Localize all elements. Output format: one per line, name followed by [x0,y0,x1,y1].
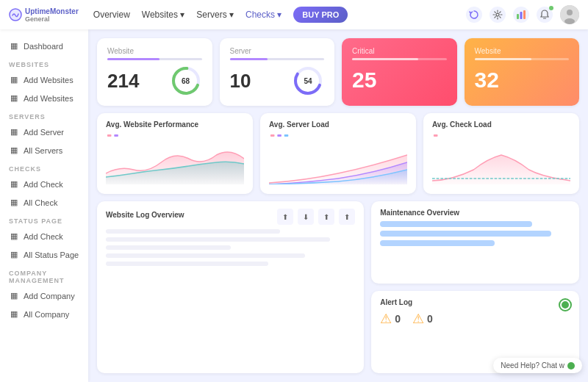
log-line-1 [106,229,280,234]
maintenance-line-2 [380,231,551,237]
notification-dot [549,6,553,10]
sidebar-item-all-company[interactable]: ▦ All Company [0,305,88,323]
stat-server-gauge-label: 54 [292,65,324,97]
svg-rect-4 [523,10,526,19]
sidebar-item-status-add-check[interactable]: ▦ Add Check [0,227,88,245]
sidebar-label-add-check: Add Check [24,180,63,189]
alert-item-2: ⚠ 0 [412,311,433,327]
log-icon-upload[interactable]: ⬆ [277,209,293,225]
sidebar-section-company: COMPANY MANAGEMENT [0,264,88,286]
sidebar-item-add-server[interactable]: ▦ Add Server [0,123,88,141]
sidebar-item-all-status-page[interactable]: ▦ All Status Page [0,245,88,264]
chart-check-load: Avg. Check Load [423,113,579,194]
stat-website-orange-title: Website [475,47,570,55]
sidebar-label-add-websites-2: Add Websites [24,94,74,103]
maintenance-line-3 [380,240,494,246]
nav-websites[interactable]: Websites ▾ [142,10,184,20]
all-company-icon: ▦ [9,309,19,319]
stat-card-server: Server 10 54 [220,38,335,106]
chart-server-title: Avg. Server Load [269,120,407,129]
main-layout: ▦ Dashboard WEBSITES ▦ Add Websites ▦ Ad… [0,29,588,382]
chat-help-text: Need Help? Chat w [501,361,564,370]
chart-website-title: Avg. Website Performance [106,120,244,129]
bottom-row: Website Log Overview ⬆ ⬇ ⬆ ⬆ [97,201,579,373]
svg-rect-15 [270,134,275,137]
sidebar-label-all-status-page: All Status Page [24,251,79,259]
sidebar-item-dashboard[interactable]: ▦ Dashboard [0,37,88,55]
chat-help-bubble[interactable]: Need Help? Chat w [493,358,582,373]
stat-card-website-orange: Website 32 [465,38,580,106]
log-card-title: Website Log Overview [106,211,184,219]
add-server-icon: ▦ [9,127,19,137]
svg-point-1 [496,13,499,16]
nav-links: Overview Websites ▾ Servers ▾ Checks ▾ B… [93,7,451,23]
stat-server-gauge: 54 [292,65,324,97]
log-line-3 [106,245,231,250]
log-line-4 [106,253,305,258]
log-line-2 [106,237,330,242]
svg-rect-2 [517,14,519,19]
alert-triangle-1: ⚠ [380,311,392,327]
sidebar-item-all-check[interactable]: ▦ All Check [0,193,88,212]
nav-servers[interactable]: Servers ▾ [196,10,234,20]
sidebar-item-add-websites-1[interactable]: ▦ Add Websites [0,71,88,89]
maintenance-card: Maintenance Overview [371,201,579,284]
sidebar-section-checks: CHECKS [0,159,88,175]
svg-point-7 [567,10,573,15]
sidebar-section-servers: SERVERS [0,107,88,123]
sidebar-item-all-servers[interactable]: ▦ All Servers [0,141,88,159]
add-websites-1-icon: ▦ [9,75,19,84]
sidebar-item-add-company[interactable]: ▦ Add Company [0,286,88,305]
svg-rect-14 [114,134,118,137]
user-avatar[interactable] [560,5,579,24]
sidebar-label-add-websites-1: Add Websites [24,76,74,84]
sidebar-item-add-websites-2[interactable]: ▦ Add Websites [0,89,88,107]
sidebar: ▦ Dashboard WEBSITES ▦ Add Websites ▦ Ad… [0,29,88,382]
stat-website-gauge-label: 68 [170,65,202,97]
nav-checks[interactable]: Checks ▾ [245,10,282,20]
sidebar-section-status: STATUS PAGE [0,212,88,227]
sidebar-item-add-check[interactable]: ▦ Add Check [0,175,88,193]
nav-icons [466,5,579,24]
status-add-check-icon: ▦ [9,231,19,241]
sidebar-label-all-company: All Company [24,310,69,319]
notification-icon[interactable] [537,7,553,23]
alert-items: ⚠ 0 ⚠ 0 [380,311,570,327]
brand-subtitle: General [25,15,79,23]
sidebar-label-dashboard: Dashboard [24,42,63,51]
stat-card-website: Website 214 68 [97,38,212,106]
chart-icon[interactable] [513,7,529,23]
sidebar-section-websites: WEBSITES [0,55,88,71]
all-servers-icon: ▦ [9,145,19,155]
refresh-icon[interactable] [466,7,482,23]
stat-website-value: 214 [107,70,139,93]
top-navigation: UptimeMonster General Overview Websites … [0,0,588,29]
add-websites-2-icon: ▦ [9,93,19,103]
brand-name: UptimeMonster [25,7,79,15]
log-action-icons: ⬆ ⬇ ⬆ ⬆ [277,209,355,225]
stat-critical-title: Critical [352,47,447,55]
stat-website-orange-value: 32 [475,68,499,93]
alert-item-1: ⚠ 0 [380,311,401,327]
alert-title: Alert Log [380,298,412,306]
sidebar-label-add-server: Add Server [24,128,64,137]
log-icon-export-1[interactable]: ⬆ [318,209,334,225]
all-check-icon: ▦ [9,198,19,207]
chart-website-performance: Avg. Website Performance [97,113,253,194]
chart-website-svg [106,133,244,184]
nav-overview[interactable]: Overview [93,10,130,20]
stat-card-critical: Critical 25 [342,38,457,106]
chat-online-dot [560,300,570,310]
sidebar-label-status-add-check: Add Check [24,232,63,241]
svg-point-8 [564,18,575,24]
brand-logo[interactable]: UptimeMonster General [9,7,79,23]
log-icon-export-2[interactable]: ⬆ [339,209,355,225]
buy-pro-button[interactable]: BUY PRO [293,7,348,23]
stat-cards-row: Website 214 68 Server [97,38,579,106]
add-check-icon: ▦ [9,179,19,189]
log-icon-download[interactable]: ⬇ [298,209,314,225]
brand-icon [9,8,22,21]
stat-website-title: Website [107,47,202,55]
sidebar-label-add-company: Add Company [24,292,75,300]
settings-icon[interactable] [490,7,506,23]
